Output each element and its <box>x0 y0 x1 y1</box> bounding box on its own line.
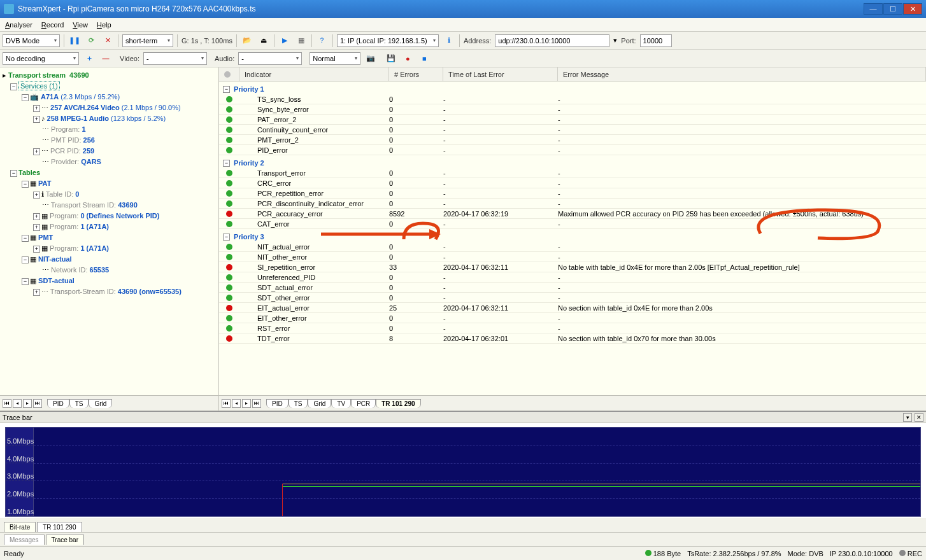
video-combo[interactable]: -▾ <box>143 52 207 65</box>
trace-line-green <box>282 486 920 487</box>
stop-icon[interactable]: ■ <box>418 52 431 65</box>
tree-root[interactable]: ▸ Transport stream 43690 <box>3 70 216 81</box>
save-icon[interactable]: 💾 <box>385 52 397 65</box>
nav-first-icon[interactable]: ⏮ <box>3 399 11 408</box>
remove-icon[interactable]: — <box>99 52 112 65</box>
refresh-icon[interactable]: ⟳ <box>85 34 97 47</box>
btab-messages[interactable]: Messages <box>4 535 45 545</box>
tree-services[interactable]: Services (1) <box>18 81 60 90</box>
error-row[interactable]: PMT_error_20-- <box>219 135 926 145</box>
trace-pin-icon[interactable]: ▾ <box>903 413 912 422</box>
addr-dropdown-icon[interactable]: ▾ <box>613 36 617 45</box>
address-input[interactable]: udp://230.0.0.10:10000 <box>495 34 609 47</box>
info-icon[interactable]: ℹ <box>443 34 455 47</box>
tree-pat[interactable]: PAT <box>38 179 51 187</box>
error-row[interactable]: NIT_actual_error0-- <box>219 242 926 252</box>
error-row[interactable]: Unreferenced_PID0-- <box>219 272 926 283</box>
trace-pane: Trace bar ▾ ✕ 5.0Mbps 4.0Mbps 3.0Mbps 2.… <box>0 411 926 532</box>
close-button[interactable]: ✕ <box>903 3 922 15</box>
right-tab-grid[interactable]: Grid <box>308 399 331 408</box>
status-dot-icon <box>226 96 232 102</box>
error-row[interactable]: SI_repetition_error332020-04-17 06:32:11… <box>219 262 926 272</box>
tree-sdt[interactable]: SDT-actual <box>38 277 75 284</box>
rnav-last-icon[interactable]: ⏭ <box>252 399 261 408</box>
pause-icon[interactable]: ❚❚ <box>68 34 81 47</box>
menu-record[interactable]: Record <box>41 21 64 29</box>
audio-combo[interactable]: -▾ <box>238 52 302 65</box>
error-count: 8 <box>389 335 443 342</box>
normal-combo[interactable]: Normal▾ <box>310 52 360 65</box>
error-row[interactable]: Sync_byte_error0-- <box>219 104 926 115</box>
error-row[interactable]: PCR_discontinuity_indicator_error0-- <box>219 199 926 209</box>
minimize-button[interactable]: — <box>864 3 883 15</box>
tree-service-a71a[interactable]: A71A <box>41 93 59 101</box>
trace-tab-bitrate[interactable]: Bit-rate <box>4 522 36 532</box>
btab-tracebar[interactable]: Trace bar <box>46 535 84 545</box>
left-tab-grid[interactable]: Grid <box>89 399 112 408</box>
error-row[interactable]: CAT_error0-- <box>219 219 926 229</box>
col-errors[interactable]: # Errors <box>389 67 443 81</box>
maximize-button[interactable]: ☐ <box>883 3 902 15</box>
rec-strip-icon[interactable]: ▦ <box>295 34 308 47</box>
trace-close-icon[interactable]: ✕ <box>915 413 923 422</box>
error-row[interactable]: TDT_error82020-04-17 06:32:01No section … <box>219 333 926 344</box>
play-icon[interactable]: ▶ <box>278 34 291 47</box>
error-row[interactable]: Continuity_count_error0-- <box>219 125 926 135</box>
error-row[interactable]: TS_sync_loss0-- <box>219 94 926 104</box>
help-icon[interactable]: ？ <box>316 34 329 47</box>
status-dot-icon <box>226 295 232 301</box>
col-msg[interactable]: Error Message <box>558 67 926 81</box>
add-icon[interactable]: ＋ <box>83 52 96 65</box>
tree-pid-258[interactable]: 258 MPEG-1 Audio <box>47 115 109 122</box>
error-row[interactable]: CRC_error0-- <box>219 178 926 188</box>
mode-combo[interactable]: DVB Mode▾ <box>3 34 60 47</box>
rnav-first-icon[interactable]: ⏮ <box>222 399 231 408</box>
col-time[interactable]: Time of Last Error <box>443 67 558 81</box>
error-row[interactable]: SDT_other_error0-- <box>219 293 926 303</box>
tree-tables[interactable]: Tables <box>18 169 40 176</box>
tree-pmt[interactable]: PMT <box>38 234 53 241</box>
rnav-prev-icon[interactable]: ◂ <box>232 399 241 408</box>
status-dot-icon <box>226 137 232 143</box>
nav-last-icon[interactable]: ⏭ <box>33 399 42 408</box>
col-indicator[interactable]: Indicator <box>239 67 389 81</box>
term-combo[interactable]: short-term▾ <box>122 34 173 47</box>
error-row[interactable]: EIT_actual_error252020-04-17 06:32:11No … <box>219 303 926 313</box>
indicator-name: EIT_other_error <box>239 314 389 322</box>
error-row[interactable]: PAT_error_20-- <box>219 115 926 125</box>
menu-help[interactable]: Help <box>97 21 111 29</box>
tree-pid-257[interactable]: 257 AVC/H.264 Video <box>50 104 120 111</box>
rnav-next-icon[interactable]: ▸ <box>242 399 251 408</box>
error-row[interactable]: RST_error0-- <box>219 323 926 333</box>
right-tab-ts[interactable]: TS <box>288 399 308 408</box>
error-row[interactable]: Transport_error0-- <box>219 168 926 178</box>
menu-analyser[interactable]: Analyser <box>5 21 32 29</box>
error-row[interactable]: PID_error0-- <box>219 145 926 155</box>
port-input[interactable]: 10000 <box>640 34 672 47</box>
tree-nit[interactable]: NIT-actual <box>38 255 72 263</box>
error-row[interactable]: PCR_accuracy_error85922020-04-17 06:32:1… <box>219 209 926 219</box>
decoding-combo[interactable]: No decoding▾ <box>3 52 79 65</box>
right-tab-tr101290[interactable]: TR 101 290 <box>376 399 420 408</box>
nav-next-icon[interactable]: ▸ <box>23 399 32 408</box>
error-row[interactable]: NIT_other_error0-- <box>219 252 926 262</box>
left-tab-ts[interactable]: TS <box>69 399 89 408</box>
source-combo[interactable]: 1: IP (Local IP: 192.168.1.5)▾ <box>337 34 439 47</box>
folder-open-icon[interactable]: 📂 <box>241 34 253 47</box>
right-tab-pid[interactable]: PID <box>266 399 288 408</box>
error-time: - <box>443 116 558 123</box>
snapshot-icon[interactable]: 📷 <box>364 52 377 65</box>
status-dot-icon <box>226 325 232 332</box>
error-row[interactable]: EIT_other_error0-- <box>219 313 926 323</box>
menu-view[interactable]: View <box>73 21 88 29</box>
error-row[interactable]: PCR_repetition_error0-- <box>219 188 926 199</box>
record-icon[interactable]: ● <box>401 52 414 65</box>
nav-prev-icon[interactable]: ◂ <box>13 399 22 408</box>
error-row[interactable]: SDT_actual_error0-- <box>219 283 926 293</box>
eject-icon[interactable]: ⏏ <box>257 34 270 47</box>
right-tab-pcr[interactable]: PCR <box>351 399 376 408</box>
trace-tab-tr101290[interactable]: TR 101 290 <box>37 522 82 532</box>
right-tab-tv[interactable]: TV <box>331 399 351 408</box>
clear-icon[interactable]: ✕ <box>101 34 114 47</box>
left-tab-pid[interactable]: PID <box>47 399 69 408</box>
